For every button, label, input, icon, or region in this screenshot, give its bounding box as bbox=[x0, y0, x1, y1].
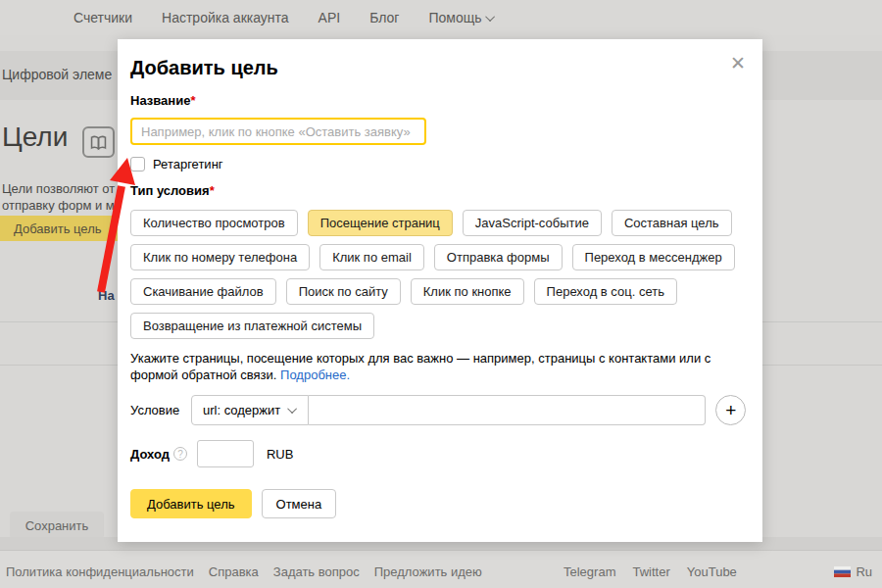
retargeting-label: Ретаргетинг bbox=[153, 157, 223, 172]
footer-link-youtube[interactable]: YouTube bbox=[687, 564, 737, 579]
russia-flag-icon bbox=[834, 566, 851, 577]
modal-title: Добавить цель bbox=[130, 57, 278, 79]
name-label: Название* bbox=[130, 93, 195, 108]
chip-row: Возвращение из платежной системы bbox=[130, 313, 753, 339]
add-condition-button[interactable]: + bbox=[715, 395, 746, 425]
nav-blog[interactable]: Блог bbox=[369, 10, 399, 25]
goals-intro-line2: отправку форм и м bbox=[2, 197, 115, 214]
pages-hint: Укажите страницы, посещение которых для … bbox=[130, 350, 760, 383]
retargeting-row: Ретаргетинг bbox=[130, 157, 223, 172]
revenue-row: Доход ? RUB bbox=[130, 440, 293, 467]
required-asterisk: * bbox=[190, 93, 195, 108]
chip-social-network[interactable]: Переход в соц. сеть bbox=[534, 278, 677, 305]
chip-row: Клик по номеру телефона Клик по email От… bbox=[130, 244, 753, 270]
chip-email-click[interactable]: Клик по email bbox=[319, 244, 424, 270]
chevron-down-icon bbox=[485, 12, 495, 22]
language-label: Ru bbox=[856, 564, 872, 579]
close-icon[interactable]: ✕ bbox=[727, 53, 749, 74]
footer-links-right: Telegram Twitter YouTube bbox=[564, 564, 737, 579]
condition-row: Условие url: содержит + bbox=[130, 395, 746, 425]
name-label-text: Название bbox=[130, 93, 190, 108]
chip-phone-click[interactable]: Клик по номеру телефона bbox=[130, 244, 310, 270]
background-add-goal-button[interactable]: Добавить цель bbox=[0, 216, 125, 241]
condition-type-label: Тип условия* bbox=[130, 183, 215, 198]
save-button[interactable]: Сохранить bbox=[10, 512, 104, 539]
condition-label: Условие bbox=[130, 403, 191, 417]
pages-hint-text: Укажите страницы, посещение которых для … bbox=[130, 351, 710, 382]
required-asterisk: * bbox=[210, 183, 215, 198]
condition-operator-value: url: содержит bbox=[203, 403, 280, 417]
chip-javascript-event[interactable]: JavaScript-событие bbox=[463, 210, 602, 236]
page-footer: Политика конфиденциальности Справка Зада… bbox=[0, 550, 882, 588]
help-icon[interactable]: ? bbox=[173, 447, 187, 461]
goal-type-chips: Количество просмотров Посещение страниц … bbox=[130, 210, 753, 347]
goals-table-header: На bbox=[98, 288, 115, 303]
chip-row: Количество просмотров Посещение страниц … bbox=[130, 210, 753, 236]
add-goal-submit-button[interactable]: Добавить цель bbox=[130, 489, 252, 518]
chip-pageviews[interactable]: Количество просмотров bbox=[130, 210, 298, 236]
learn-more-link[interactable]: Подробнее. bbox=[280, 368, 350, 382]
language-selector[interactable]: Ru bbox=[834, 564, 872, 579]
plus-icon: + bbox=[725, 401, 736, 419]
footer-link-ask-question[interactable]: Задать вопрос bbox=[273, 564, 360, 579]
currency-label: RUB bbox=[267, 447, 293, 462]
nav-help-label: Помощь bbox=[428, 10, 481, 25]
chevron-down-icon bbox=[287, 404, 297, 414]
footer-links-left: Политика конфиденциальности Справка Зада… bbox=[6, 564, 482, 579]
chip-button-click[interactable]: Клик по кнопке bbox=[411, 278, 524, 305]
chip-file-download[interactable]: Скачивание файлов bbox=[130, 278, 276, 305]
goal-name-input[interactable] bbox=[130, 118, 426, 145]
footer-link-suggest-idea[interactable]: Предложить идею bbox=[374, 564, 482, 579]
revenue-label: Доход bbox=[130, 447, 170, 462]
footer-link-twitter[interactable]: Twitter bbox=[632, 564, 669, 579]
page-title: Цели bbox=[2, 122, 68, 153]
retargeting-checkbox[interactable] bbox=[130, 157, 145, 172]
nav-counters[interactable]: Счетчики bbox=[74, 10, 132, 25]
counter-name: Цифровой элеме bbox=[2, 67, 112, 82]
top-navigation: Счетчики Настройка аккаунта API Блог Пом… bbox=[0, 0, 882, 35]
cancel-button[interactable]: Отмена bbox=[262, 489, 337, 518]
condition-operator-select[interactable]: url: содержит bbox=[191, 395, 309, 425]
chip-page-visit[interactable]: Посещение страниц bbox=[308, 210, 453, 236]
open-book-icon bbox=[89, 134, 108, 151]
chip-messenger[interactable]: Переход в мессенджер bbox=[572, 244, 735, 270]
add-goal-modal: Добавить цель ✕ Название* Ретаргетинг Ти… bbox=[118, 39, 762, 542]
modal-buttons: Добавить цель Отмена bbox=[130, 489, 336, 518]
chip-composite-goal[interactable]: Составная цель bbox=[612, 210, 732, 236]
footer-link-telegram[interactable]: Telegram bbox=[564, 564, 615, 579]
footer-link-privacy[interactable]: Политика конфиденциальности bbox=[6, 564, 194, 579]
nav-help[interactable]: Помощь bbox=[428, 10, 494, 25]
chip-form-submit[interactable]: Отправка формы bbox=[434, 244, 563, 270]
condition-value-input[interactable] bbox=[309, 395, 706, 425]
chip-row: Скачивание файлов Поиск по сайту Клик по… bbox=[130, 278, 753, 305]
goals-intro-line1: Цели позволяют от bbox=[2, 180, 115, 197]
footer-link-help[interactable]: Справка bbox=[209, 564, 259, 579]
condition-type-label-text: Тип условия bbox=[130, 183, 210, 198]
chip-site-search[interactable]: Поиск по сайту bbox=[286, 278, 401, 305]
goals-report-button[interactable] bbox=[82, 126, 115, 158]
nav-account-settings[interactable]: Настройка аккаунта bbox=[162, 10, 289, 25]
goals-intro-text: Цели позволяют от отправку форм и м bbox=[2, 180, 115, 214]
nav-api[interactable]: API bbox=[318, 10, 341, 25]
revenue-input[interactable] bbox=[197, 440, 254, 467]
chip-payment-return[interactable]: Возвращение из платежной системы bbox=[130, 313, 374, 339]
